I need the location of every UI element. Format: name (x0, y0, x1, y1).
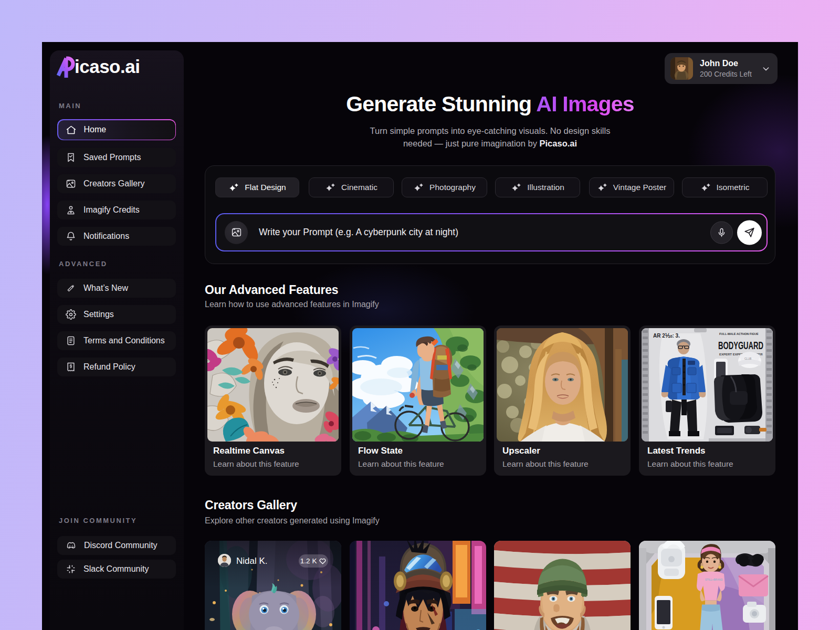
svg-text:AR 2⅒: 3.: AR 2⅒: 3. (653, 333, 680, 339)
svg-text:CLUB: CLUB (744, 357, 752, 360)
svg-text:FULL-MALE ACTHON FIGUE: FULL-MALE ACTHON FIGUE (719, 332, 759, 335)
svg-text:STILL+BRAND: STILL+BRAND (705, 578, 723, 581)
svg-text:BODYGUARD: BODYGUARD (718, 339, 763, 351)
